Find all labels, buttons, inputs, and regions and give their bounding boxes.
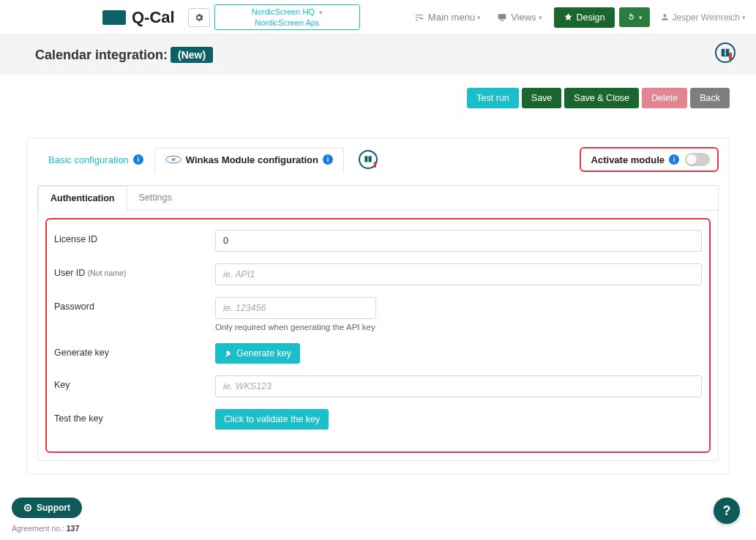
key-icon xyxy=(224,349,233,358)
refresh-icon xyxy=(626,12,636,22)
chevron-down-icon: ▾ xyxy=(477,14,481,21)
agreement-footer: Agreement no.: 137 xyxy=(12,524,79,533)
config-tabs: Basic configuration i W Winkas Module co… xyxy=(27,138,729,172)
action-bar: Test run Save Save & Close Delete Back xyxy=(0,75,756,138)
tab-settings[interactable]: Settings xyxy=(127,186,184,210)
info-icon[interactable]: i xyxy=(669,154,679,165)
label-key: Key xyxy=(54,375,215,390)
input-user-id[interactable] xyxy=(215,263,702,285)
row-user-id: User ID (Not name) xyxy=(54,263,702,285)
page-title: Calendar integration: xyxy=(35,48,168,63)
main-menu-label: Main menu xyxy=(428,12,475,23)
user-icon xyxy=(660,12,670,22)
row-generate-key: Generate key Generate key xyxy=(54,343,702,364)
design-icon xyxy=(564,12,573,22)
documentation-button[interactable] xyxy=(715,42,736,63)
label-generate-key: Generate key xyxy=(54,343,215,358)
page-header: Calendar integration: (New) xyxy=(0,35,756,75)
back-button[interactable]: Back xyxy=(690,88,730,108)
generate-key-button[interactable]: Generate key xyxy=(215,343,300,364)
test-run-button[interactable]: Test run xyxy=(467,88,518,108)
user-name: Jesper Weinreich xyxy=(673,12,740,23)
chevron-down-icon: ▾ xyxy=(742,14,746,21)
input-key[interactable] xyxy=(215,375,702,397)
generate-key-label: Generate key xyxy=(236,348,291,359)
design-button[interactable]: Design xyxy=(554,7,615,28)
tab-winkas-configuration[interactable]: W Winkas Module configuration i xyxy=(154,148,344,172)
alert-indicator xyxy=(729,53,732,60)
org-line2: NordicScreen Aps xyxy=(252,18,323,28)
save-close-button[interactable]: Save & Close xyxy=(564,88,639,108)
refresh-button[interactable]: ▾ xyxy=(619,7,650,27)
validate-key-button[interactable]: Click to validate the key xyxy=(215,409,329,430)
views-label: Views xyxy=(511,12,536,23)
design-label: Design xyxy=(577,12,605,23)
panel-tabs: Authentication Settings xyxy=(38,186,718,211)
tab-winkas-label: Winkas Module configuration xyxy=(186,154,318,165)
navbar: Q-Cal NordicScreen HQ ▾ NordicScreen Aps… xyxy=(0,0,756,35)
brand-name: Q-Cal xyxy=(132,8,175,27)
activate-module-control: Activate module i xyxy=(580,147,719,172)
info-icon: i xyxy=(133,154,143,165)
config-card: Basic configuration i W Winkas Module co… xyxy=(26,138,730,475)
auth-form-highlight: License ID User ID (Not name) xyxy=(45,218,711,453)
alert-indicator xyxy=(374,162,376,168)
input-password[interactable] xyxy=(215,297,376,319)
settings-gear-button[interactable] xyxy=(188,8,210,27)
tab-basic-label: Basic configuration xyxy=(48,154,129,165)
life-ring-icon xyxy=(23,503,32,512)
views-dropdown[interactable]: Views▾ xyxy=(493,10,546,25)
org-selector[interactable]: NordicScreen HQ ▾ NordicScreen Aps xyxy=(214,4,360,30)
label-user-id: User ID (Not name) xyxy=(54,263,215,278)
label-password: Password xyxy=(54,297,215,312)
info-icon: i xyxy=(323,154,333,165)
module-panel: Authentication Settings License ID User … xyxy=(37,185,719,461)
row-test-key: Test the key Click to validate the key xyxy=(54,409,702,430)
label-test-key: Test the key xyxy=(54,409,215,424)
panel-body: License ID User ID (Not name) xyxy=(38,211,718,460)
row-license-id: License ID xyxy=(54,230,702,252)
tab-basic-configuration[interactable]: Basic configuration i xyxy=(37,148,154,172)
monitor-icon xyxy=(497,12,507,23)
page: Calendar integration: (New) Test run Sav… xyxy=(0,35,756,519)
label-license-id: License ID xyxy=(54,230,215,244)
book-icon xyxy=(363,154,373,165)
chevron-down-icon: ▾ xyxy=(319,9,323,16)
support-button[interactable]: Support xyxy=(12,498,82,518)
chevron-down-icon: ▾ xyxy=(639,14,643,21)
brand-logo-block xyxy=(102,10,126,25)
row-password: Password Only required when generating t… xyxy=(54,297,702,331)
main-menu-dropdown[interactable]: Main menu▾ xyxy=(410,10,485,25)
sliders-icon xyxy=(414,12,424,23)
user-menu[interactable]: Jesper Weinreich▾ xyxy=(660,12,746,23)
winkas-icon: W xyxy=(165,154,181,165)
brand: Q-Cal xyxy=(102,8,175,27)
svg-text:W: W xyxy=(171,157,176,162)
row-key: Key xyxy=(54,375,702,397)
chevron-down-icon: ▾ xyxy=(539,14,542,21)
activate-label: Activate module xyxy=(591,154,665,165)
password-helper-text: Only required when generating the API ke… xyxy=(215,323,702,331)
tab-authentication[interactable]: Authentication xyxy=(38,186,127,211)
delete-button[interactable]: Delete xyxy=(642,88,687,108)
org-line1: NordicScreen HQ xyxy=(252,7,315,16)
activate-toggle[interactable] xyxy=(685,153,710,166)
new-badge: (New) xyxy=(171,47,213,63)
gear-icon xyxy=(194,12,204,23)
support-label: Support xyxy=(37,503,70,513)
input-license-id[interactable] xyxy=(215,230,702,252)
help-fab[interactable]: ? xyxy=(714,498,740,524)
save-button[interactable]: Save xyxy=(522,88,562,108)
